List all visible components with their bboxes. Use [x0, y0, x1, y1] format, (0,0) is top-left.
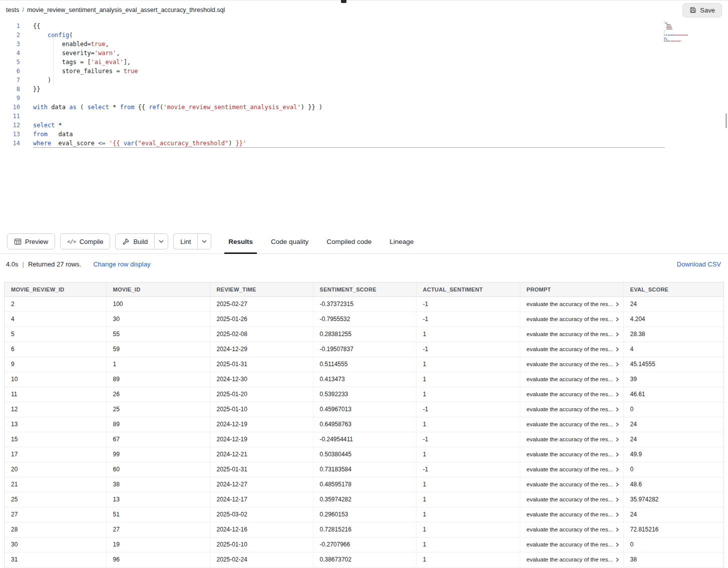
prompt-cell[interactable]: evaluate the accuracy of the res...: [520, 342, 623, 357]
expand-chevron-icon[interactable]: [616, 437, 619, 442]
expand-chevron-icon[interactable]: [616, 497, 619, 502]
lint-dropdown-button[interactable]: [197, 233, 211, 249]
prompt-preview-text: evaluate the accuracy of the res...: [527, 331, 613, 337]
prompt-preview-text: evaluate the accuracy of the res...: [527, 301, 613, 307]
prompt-cell[interactable]: evaluate the accuracy of the res...: [520, 372, 623, 387]
expand-chevron-icon[interactable]: [616, 332, 619, 337]
build-button[interactable]: Build: [115, 233, 154, 249]
eval-score-cell: 72.815216: [623, 522, 723, 537]
breadcrumb: tests / movie_review_sentiment_analysis_…: [6, 7, 225, 14]
expand-chevron-icon[interactable]: [616, 347, 619, 352]
expand-chevron-icon[interactable]: [616, 527, 619, 532]
tab-results[interactable]: Results: [228, 229, 253, 253]
editor-scrollbar-thumb[interactable]: [725, 113, 727, 128]
table-cell: -0.37372315: [313, 297, 416, 312]
prompt-cell[interactable]: evaluate the accuracy of the res...: [520, 477, 623, 492]
prompt-cell[interactable]: evaluate the accuracy of the res...: [520, 522, 623, 537]
table-cell: 67: [106, 432, 210, 447]
prompt-preview-text: evaluate the accuracy of the res...: [527, 496, 613, 502]
eval-score-cell: 24: [623, 432, 723, 447]
expand-chevron-icon[interactable]: [616, 512, 619, 517]
code-lines[interactable]: {{ config( enabled=true, severity='warn'…: [20, 22, 728, 229]
expand-chevron-icon[interactable]: [616, 557, 619, 562]
table-cell: 96: [106, 552, 210, 567]
expand-chevron-icon[interactable]: [616, 482, 619, 487]
table-cell: 26: [106, 387, 210, 402]
prompt-cell[interactable]: evaluate the accuracy of the res...: [520, 552, 623, 567]
prompt-cell[interactable]: evaluate the accuracy of the res...: [520, 432, 623, 447]
expand-chevron-icon[interactable]: [616, 302, 619, 307]
prompt-cell[interactable]: evaluate the accuracy of the res...: [520, 417, 623, 432]
prompt-preview-text: evaluate the accuracy of the res...: [527, 391, 613, 397]
table-cell: 30: [5, 537, 106, 552]
save-button[interactable]: Save: [682, 3, 722, 18]
compile-button-label: Compile: [80, 238, 104, 245]
prompt-preview-text: evaluate the accuracy of the res...: [527, 451, 613, 457]
expand-chevron-icon[interactable]: [616, 392, 619, 397]
prompt-cell[interactable]: evaluate the accuracy of the res...: [520, 357, 623, 372]
prompt-preview-text: evaluate the accuracy of the res...: [527, 526, 613, 532]
build-dropdown-button[interactable]: [154, 233, 168, 249]
table-cell: 2024-12-19: [210, 417, 313, 432]
expand-chevron-icon[interactable]: [616, 407, 619, 412]
eval-score-cell: 24: [623, 417, 723, 432]
tab-lineage[interactable]: Lineage: [390, 229, 414, 253]
table-cell: 0.413473: [313, 372, 416, 387]
save-button-label: Save: [700, 7, 715, 14]
change-row-display-link[interactable]: Change row display: [93, 260, 150, 268]
table-cell: 1: [416, 522, 520, 537]
breadcrumb-folder[interactable]: tests: [6, 7, 19, 14]
prompt-preview-text: evaluate the accuracy of the res...: [527, 361, 613, 367]
minimap-line: [664, 33, 701, 34]
compile-button[interactable]: </> Compile: [60, 233, 110, 249]
code-line: [33, 112, 728, 121]
prompt-preview-text: evaluate the accuracy of the res...: [527, 436, 613, 442]
line-number: 9: [0, 94, 20, 103]
minimap-line: [664, 30, 701, 31]
table-cell: 0.35974282: [313, 492, 416, 507]
sql-editor[interactable]: 1234567891011121314 {{ config( enabled=t…: [0, 20, 728, 229]
eval-score-cell: 38: [623, 552, 723, 567]
prompt-cell[interactable]: evaluate the accuracy of the res...: [520, 402, 623, 417]
expand-chevron-icon[interactable]: [616, 362, 619, 367]
prompt-cell[interactable]: evaluate the accuracy of the res...: [520, 507, 623, 522]
table-cell: 11: [5, 387, 106, 402]
table-cell: 25: [106, 402, 210, 417]
header-bar: tests / movie_review_sentiment_analysis_…: [0, 0, 728, 20]
table-cell: -0.2707966: [313, 537, 416, 552]
hammer-icon: [122, 238, 130, 245]
table-cell: 1: [416, 447, 520, 462]
expand-chevron-icon[interactable]: [616, 467, 619, 472]
minimap-line: [664, 26, 701, 27]
preview-button[interactable]: Preview: [7, 233, 55, 249]
tab-code-quality[interactable]: Code quality: [271, 229, 308, 253]
minimap-line: [664, 29, 701, 30]
download-csv-link[interactable]: Download CSV: [677, 260, 722, 268]
prompt-cell[interactable]: evaluate the accuracy of the res...: [520, 387, 623, 402]
minimap[interactable]: [664, 21, 701, 42]
table-cell: 2024-12-16: [210, 522, 313, 537]
table-cell: -1: [416, 402, 520, 417]
code-line: where eval_score <= '{{ var("eval_accura…: [33, 139, 665, 148]
expand-chevron-icon[interactable]: [616, 377, 619, 382]
expand-chevron-icon[interactable]: [616, 542, 619, 547]
lint-button[interactable]: Lint: [173, 233, 197, 249]
minimap-line: [664, 21, 701, 22]
prompt-cell[interactable]: evaluate the accuracy of the res...: [520, 462, 623, 477]
prompt-cell[interactable]: evaluate the accuracy of the res...: [520, 447, 623, 462]
build-split-button: Build: [115, 233, 168, 249]
expand-chevron-icon[interactable]: [616, 452, 619, 457]
prompt-cell[interactable]: evaluate the accuracy of the res...: [520, 492, 623, 507]
eval-score-cell: 39: [623, 372, 723, 387]
expand-chevron-icon[interactable]: [616, 422, 619, 427]
prompt-cell[interactable]: evaluate the accuracy of the res...: [520, 327, 623, 342]
column-header-review_time: REVIEW_TIME: [210, 282, 313, 297]
table-cell: 25: [5, 492, 106, 507]
prompt-cell[interactable]: evaluate the accuracy of the res...: [520, 312, 623, 327]
prompt-cell[interactable]: evaluate the accuracy of the res...: [520, 297, 623, 312]
expand-chevron-icon[interactable]: [616, 317, 619, 322]
table-row: 5552025-02-080.283812551evaluate the acc…: [5, 327, 723, 342]
table-cell: 2024-12-30: [210, 372, 313, 387]
tab-compiled-code[interactable]: Compiled code: [326, 229, 372, 253]
prompt-cell[interactable]: evaluate the accuracy of the res...: [520, 537, 623, 552]
